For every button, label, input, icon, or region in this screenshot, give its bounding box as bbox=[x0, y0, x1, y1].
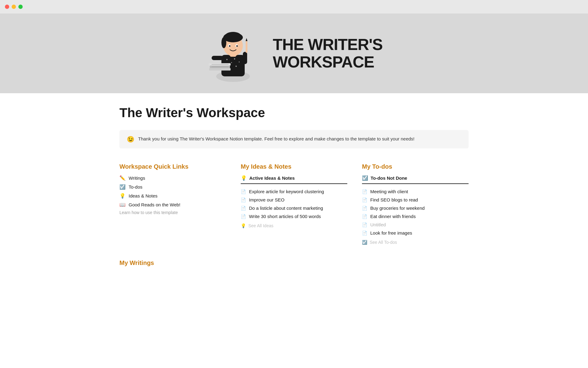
idea-item-2[interactable]: 📄 Improve our SEO bbox=[241, 197, 347, 202]
reads-icon: 📖 bbox=[119, 202, 126, 208]
idea-item-4[interactable]: 📄 Write 30 short articles of 500 words bbox=[241, 214, 347, 219]
svg-rect-17 bbox=[212, 56, 223, 60]
svg-marker-20 bbox=[246, 38, 247, 41]
ideas-notes-title: My Ideas & Notes bbox=[241, 163, 347, 170]
writings-section-title: My Writings bbox=[119, 259, 469, 266]
quick-links-column: Workspace Quick Links ✏️ Writings ☑️ To-… bbox=[119, 163, 226, 245]
idea-doc-icon-2: 📄 bbox=[241, 197, 246, 202]
svg-point-3 bbox=[231, 62, 232, 63]
quick-link-ideas[interactable]: 💡 Ideas & Notes bbox=[119, 193, 226, 199]
svg-point-11 bbox=[221, 37, 226, 48]
svg-point-15 bbox=[229, 45, 230, 47]
writings-icon: ✏️ bbox=[119, 175, 126, 181]
see-all-todos-link[interactable]: ☑️ See All To-dos bbox=[362, 240, 469, 245]
hero-title: THE WRITER'S WORKSPACE bbox=[273, 36, 383, 71]
quick-links-title: Workspace Quick Links bbox=[119, 163, 226, 170]
ideas-notes-tab[interactable]: 💡 Active Ideas & Notes bbox=[241, 175, 347, 184]
quick-links-list: ✏️ Writings ☑️ To-dos 💡 Ideas & Notes 📖 … bbox=[119, 175, 226, 208]
idea-item-3[interactable]: 📄 Do a listicle about content marketing bbox=[241, 205, 347, 211]
close-button[interactable] bbox=[5, 5, 9, 9]
hero-title-block: THE WRITER'S WORKSPACE bbox=[273, 36, 383, 71]
svg-point-5 bbox=[239, 62, 239, 63]
todo-doc-icon-5: 📄 bbox=[362, 222, 367, 227]
svg-rect-21 bbox=[209, 68, 231, 71]
see-all-ideas-icon: 💡 bbox=[241, 223, 246, 228]
window-chrome bbox=[0, 0, 588, 13]
svg-point-2 bbox=[226, 59, 228, 60]
svg-point-16 bbox=[236, 45, 238, 47]
idea-doc-icon-1: 📄 bbox=[241, 189, 246, 194]
svg-point-12 bbox=[225, 32, 241, 39]
callout-box: 😉 Thank you for using The Writer's Works… bbox=[119, 130, 469, 148]
svg-point-7 bbox=[236, 66, 237, 67]
learn-template-link[interactable]: Learn how to use this template bbox=[119, 210, 226, 215]
callout-emoji: 😉 bbox=[127, 136, 134, 143]
todos-title: My To-dos bbox=[362, 163, 469, 170]
todo-doc-icon-1: 📄 bbox=[362, 189, 367, 194]
see-all-todos-icon: ☑️ bbox=[362, 240, 367, 245]
todos-list: 📄 Meeting with client 📄 Find SEO blogs t… bbox=[362, 189, 469, 236]
todo-item-5[interactable]: 📄 Untitled bbox=[362, 222, 469, 227]
columns-grid: Workspace Quick Links ✏️ Writings ☑️ To-… bbox=[119, 163, 469, 245]
todos-tab[interactable]: ☑️ To-dos Not Done bbox=[362, 175, 469, 184]
todos-icon: ☑️ bbox=[119, 184, 126, 190]
minimize-button[interactable] bbox=[12, 5, 16, 9]
todos-tab-icon: ☑️ bbox=[362, 175, 368, 181]
todo-doc-icon-4: 📄 bbox=[362, 214, 367, 219]
todo-item-1[interactable]: 📄 Meeting with client bbox=[362, 189, 469, 194]
quick-link-todos[interactable]: ☑️ To-dos bbox=[119, 184, 226, 190]
page-title: The Writer's Workspace bbox=[119, 105, 469, 120]
todos-column: My To-dos ☑️ To-dos Not Done 📄 Meeting w… bbox=[362, 163, 469, 245]
todo-item-2[interactable]: 📄 Find SEO blogs to read bbox=[362, 197, 469, 202]
todo-doc-icon-2: 📄 bbox=[362, 197, 367, 202]
main-content: The Writer's Workspace 😉 Thank you for u… bbox=[95, 93, 493, 285]
idea-doc-icon-4: 📄 bbox=[241, 214, 246, 219]
ideas-notes-column: My Ideas & Notes 💡 Active Ideas & Notes … bbox=[241, 163, 347, 245]
ideas-list: 📄 Explore article for keyword clustering… bbox=[241, 189, 347, 219]
callout-text: Thank you for using The Writer's Workspa… bbox=[138, 136, 415, 143]
svg-rect-19 bbox=[246, 41, 247, 53]
ideas-tab-icon: 💡 bbox=[241, 175, 247, 181]
todo-doc-icon-6: 📄 bbox=[362, 231, 367, 236]
hero-illustration bbox=[205, 23, 261, 84]
idea-item-1[interactable]: 📄 Explore article for keyword clustering bbox=[241, 189, 347, 194]
quick-link-reads[interactable]: 📖 Good Reads on the Web! bbox=[119, 202, 226, 208]
todo-item-3[interactable]: 📄 Buy groceries for weekend bbox=[362, 205, 469, 211]
todo-item-4[interactable]: 📄 Eat dinner with friends bbox=[362, 214, 469, 219]
todo-doc-icon-3: 📄 bbox=[362, 206, 367, 211]
hero-banner: THE WRITER'S WORKSPACE bbox=[0, 13, 588, 93]
maximize-button[interactable] bbox=[18, 5, 23, 9]
ideas-icon: 💡 bbox=[119, 193, 126, 199]
svg-rect-18 bbox=[243, 52, 247, 64]
quick-link-writings[interactable]: ✏️ Writings bbox=[119, 175, 226, 181]
svg-point-4 bbox=[234, 58, 235, 59]
todo-item-6[interactable]: 📄 Look for free images bbox=[362, 230, 469, 236]
idea-doc-icon-3: 📄 bbox=[241, 206, 246, 211]
see-all-ideas-link[interactable]: 💡 See All Ideas bbox=[241, 223, 347, 228]
